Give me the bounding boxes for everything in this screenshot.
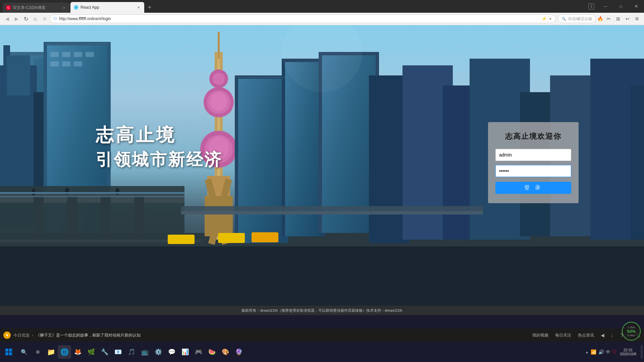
maximize-button[interactable]: □ [613, 0, 629, 12]
speed-percent: 54% [627, 329, 636, 334]
address-bar[interactable]: 🛡 http://www.fffffff.online/#/login ⚡ ▼ [50, 14, 556, 23]
taskbar-network-icon[interactable]: 📶 [591, 349, 596, 355]
reload-button[interactable]: ↻ [21, 14, 30, 23]
taskbar-app-12[interactable]: 🎮 [192, 345, 205, 359]
taskbar-clock: 22:31 2020/10/8 [619, 348, 637, 356]
svg-rect-64 [218, 233, 245, 243]
chevron-right-icon: › [32, 334, 33, 337]
menu-button[interactable]: ≡ [633, 14, 641, 23]
taskbar-security-icon[interactable]: 🛡 [612, 349, 617, 355]
chevron-down-icon[interactable]: ▼ [549, 17, 552, 21]
svg-rect-60 [181, 211, 483, 215]
password-input[interactable] [495, 165, 571, 177]
csdn-favicon: C [6, 5, 11, 10]
extensions-button[interactable]: ✂ [604, 14, 613, 23]
search-icon: 🔍 [561, 17, 566, 21]
footer-text: 版权所有：dream21th（推荐使用谷歌浏览器，可以获得更佳操作页面体验）技术… [241, 308, 402, 313]
tab-active-close[interactable]: ✕ [136, 5, 141, 10]
svg-rect-20 [74, 61, 82, 66]
page-content: 志高止境 引领城市新经济 志高止境欢迎你 登 录 版权所有：dream21th（… [0, 25, 644, 315]
taskbar-app-13[interactable]: 🍉 [205, 345, 219, 359]
new-tab-button[interactable]: + [145, 3, 154, 12]
bookmark-button[interactable]: ☆ [40, 14, 49, 23]
svg-rect-16 [74, 52, 82, 57]
tab-active-label: React App [80, 5, 134, 10]
taskbar-app-4[interactable]: 🌿 [85, 345, 98, 359]
tab-bar: 2 ─ □ ✕ C 写文章-CSDN博客 ✕ ⚛ React App ✕ + [0, 0, 644, 13]
svg-rect-18 [50, 61, 59, 66]
address-text: http://www.fffffff.online/#/login [59, 16, 540, 21]
forward-button[interactable]: ▶ [12, 14, 21, 23]
tab-inactive-csdn[interactable]: C 写文章-CSDN博客 ✕ [3, 3, 70, 13]
taskview-button[interactable]: ❄ [31, 345, 44, 359]
security-icon: 🛡 [53, 17, 57, 21]
speed-down-value: 0.4k/s [628, 334, 635, 337]
minimize-button[interactable]: ─ [598, 0, 613, 12]
notif-btn1[interactable]: ◀ [601, 333, 604, 338]
notification-bar: ☀ 今日优选 › 《狮子王》是一个励志的故事，刷新了我对动画片新的认知 我的视频… [0, 328, 644, 342]
taskbar-app-8[interactable]: 📺 [138, 345, 152, 359]
svg-rect-65 [252, 232, 278, 242]
taskbar-app-9[interactable]: ⚙️ [152, 345, 165, 359]
svg-rect-66 [168, 235, 195, 244]
taskbar-app-3[interactable]: 🦊 [71, 345, 85, 359]
tab-inactive-close[interactable]: ✕ [62, 5, 66, 10]
svg-rect-32 [218, 32, 220, 59]
svg-rect-14 [50, 52, 59, 57]
taskbar-ime-label[interactable]: 中 [606, 349, 610, 355]
search-bar-right[interactable]: 🔍 向佐喊话台媒 [558, 14, 596, 23]
taskbar-app-files[interactable]: 📁 [44, 345, 58, 359]
home-button[interactable]: ⌂ [31, 14, 40, 23]
taskbar: 🔍 ❄ 📁 🌐 🦊 🌿 🔧 📧 🎵 📺 ⚙️ 💬 📊 🎮 🍉 🎨 🔮 ▲ 📶 🔊… [0, 342, 644, 362]
speed-widget: 1.2k/s 54% 0.4k/s [622, 322, 641, 341]
taskbar-app-11[interactable]: 📊 [178, 345, 192, 359]
svg-rect-69 [45, 44, 109, 44]
svg-rect-19 [62, 61, 70, 66]
login-title: 志高止境欢迎你 [495, 131, 571, 141]
search-placeholder: 向佐喊话台媒 [568, 16, 592, 22]
taskbar-sound-icon[interactable]: 🔊 [598, 349, 604, 355]
history-button[interactable]: ↩ [623, 14, 632, 23]
close-button[interactable]: ✕ [629, 0, 644, 12]
login-button[interactable]: 登 录 [495, 182, 571, 194]
svg-point-37 [213, 73, 225, 85]
taskbar-app-14[interactable]: 🎨 [219, 345, 232, 359]
taskbar-show-hidden[interactable]: ▲ [585, 350, 589, 354]
taskbar-search-button[interactable]: 🔍 [17, 345, 31, 359]
tab-active-react[interactable]: ⚛ React App ✕ [70, 2, 144, 13]
svg-rect-70 [236, 77, 287, 78]
notification-text: 《狮子王》是一个励志的故事，刷新了我对动画片新的认知 [36, 333, 141, 338]
notif-btn2[interactable]: ↓ [611, 333, 613, 338]
svg-rect-46 [238, 79, 285, 243]
taskbar-app-5[interactable]: 🔧 [98, 345, 111, 359]
bolt-icon: ⚡ [542, 16, 547, 21]
svg-rect-15 [62, 52, 70, 57]
svg-rect-8 [7, 55, 30, 96]
login-card: 志高止境欢迎你 登 录 [488, 122, 579, 203]
taskbar-show-desktop[interactable] [641, 345, 643, 359]
svg-rect-67 [0, 192, 184, 194]
taskbar-app-6[interactable]: 📧 [111, 345, 125, 359]
hero-line2: 引领城市新经济 [96, 148, 222, 171]
browser-chrome: 2 ─ □ ✕ C 写文章-CSDN博客 ✕ ⚛ React App ✕ + ◀… [0, 0, 644, 362]
username-input[interactable] [495, 149, 571, 161]
grid-button[interactable]: ⊞ [614, 14, 623, 23]
taskbar-app-10[interactable]: 💬 [165, 345, 178, 359]
taskbar-app-7[interactable]: 🎵 [125, 345, 138, 359]
taskbar-app-browser[interactable]: 🌐 [58, 345, 71, 359]
back-button[interactable]: ◀ [3, 14, 11, 23]
today-label: 今日优选 [13, 333, 30, 338]
start-button[interactable] [1, 345, 16, 359]
tab-inactive-label: 写文章-CSDN博客 [13, 5, 60, 11]
taskbar-time: 22:31 [624, 348, 633, 352]
speed-up-value: 1.2k/s [628, 326, 635, 329]
fire-icon: 🔥 [597, 16, 603, 21]
svg-rect-68 [0, 196, 184, 197]
notif-my-videos[interactable]: 我的视频 [532, 333, 548, 338]
notif-daily[interactable]: 每日关注 [555, 333, 571, 338]
notif-hot[interactable]: 热点资讯 [578, 333, 594, 338]
tab-counter-badge[interactable]: 2 [585, 0, 598, 12]
svg-rect-58 [631, 85, 644, 240]
taskbar-app-15[interactable]: 🔮 [232, 345, 246, 359]
hero-text: 志高止境 引领城市新经济 [96, 123, 222, 172]
